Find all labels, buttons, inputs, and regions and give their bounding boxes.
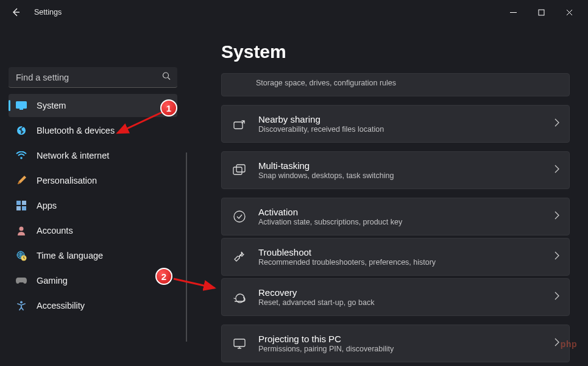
svg-rect-14 [234,122,243,129]
annotation-callout-1: 1 [160,99,177,117]
sidebar-item-label: Gaming [37,276,68,285]
sidebar-item-network[interactable]: Network & internet [9,144,177,167]
card-desc: Snap windows, desktops, task switching [258,171,554,180]
card-title: Activation [258,207,554,217]
watermark: php [561,339,577,349]
svg-point-1 [163,73,169,78]
bluetooth-icon [16,125,27,136]
sidebar-item-system[interactable]: System [9,94,177,117]
sidebar-item-label: Bluetooth & devices [37,126,115,135]
svg-rect-15 [233,167,242,174]
sidebar-item-apps[interactable]: Apps [9,194,177,217]
sidebar-item-label: Time & language [37,251,103,260]
arrow-left-icon [11,7,21,17]
svg-rect-2 [16,101,27,109]
card-desc: Activation state, subscriptions, product… [258,218,554,226]
sidebar-item-label: Network & internet [37,151,109,160]
sidebar-item-label: Apps [37,201,57,210]
sidebar-item-time-language[interactable]: Time & language [9,244,177,267]
svg-point-13 [20,301,23,304]
card-desc: Storage space, drives, configuration rul… [256,79,559,87]
svg-rect-18 [234,339,245,346]
sidebar-item-label: Personalisation [37,176,97,185]
titlebar: Settings [0,0,588,24]
sidebar-item-label: System [37,101,66,110]
wrench-icon [232,250,247,264]
card-nearby-sharing[interactable]: Nearby sharing Discoverability, received… [221,105,570,143]
svg-point-10 [19,227,24,231]
minimize-icon [510,9,517,16]
gaming-icon [16,275,27,286]
nav-list: System Bluetooth & devices Network & int… [9,94,177,317]
card-title: Recovery [258,287,554,298]
card-troubleshoot[interactable]: Troubleshoot Recommended troubleshooters… [221,238,570,276]
annotation-callout-2: 2 [155,268,172,285]
recovery-icon [232,291,247,303]
card-title: Troubleshoot [258,247,554,257]
brush-icon [16,175,27,186]
chevron-right-icon [554,338,559,349]
sidebar: System Bluetooth & devices Network & int… [0,24,186,366]
chevron-right-icon [554,251,559,262]
card-title: Nearby sharing [258,114,554,124]
maximize-button[interactable] [527,2,555,22]
window-title: Settings [34,8,62,16]
close-icon [566,9,573,16]
sidebar-item-bluetooth[interactable]: Bluetooth & devices [9,119,177,142]
sidebar-item-gaming[interactable]: Gaming [9,269,177,292]
back-button[interactable] [5,1,27,23]
page-title: System [221,41,570,62]
chevron-right-icon [554,211,559,222]
card-storage-truncated[interactable]: Storage space, drives, configuration rul… [221,73,570,96]
svg-rect-3 [19,109,23,110]
svg-point-17 [234,211,245,222]
svg-rect-6 [16,201,21,205]
display-icon [16,100,27,111]
card-desc: Reset, advanced start-up, go back [258,298,554,307]
sidebar-item-label: Accounts [37,226,73,235]
wifi-icon [16,150,27,161]
card-title: Projecting to this PC [258,334,554,344]
card-desc: Recommended troubleshooters, preferences… [258,258,554,267]
card-activation[interactable]: Activation Activation state, subscriptio… [221,198,570,235]
chevron-right-icon [554,118,559,129]
svg-rect-9 [22,206,26,210]
sidebar-item-personalisation[interactable]: Personalisation [9,169,177,192]
card-desc: Permissions, pairing PIN, discoverabilit… [258,345,554,353]
window-controls [499,2,583,22]
close-button[interactable] [555,2,583,22]
accessibility-icon [16,300,27,311]
card-projecting[interactable]: Projecting to this PC Permissions, pairi… [221,325,570,362]
chevron-right-icon [554,165,559,176]
search-wrap [9,67,177,88]
apps-icon [16,200,27,211]
sidebar-item-accessibility[interactable]: Accessibility [9,294,177,317]
card-recovery[interactable]: Recovery Reset, advanced start-up, go ba… [221,278,570,316]
globe-clock-icon [16,250,27,261]
check-circle-icon [232,210,247,223]
person-icon [16,225,27,236]
svg-rect-16 [236,165,245,172]
main-panel: System Storage space, drives, configurat… [186,24,588,366]
maximize-icon [538,9,545,16]
sidebar-item-label: Accessibility [37,301,85,310]
project-icon [232,337,247,350]
svg-rect-0 [539,10,544,15]
search-input[interactable] [9,67,177,88]
card-multitasking[interactable]: Multi-tasking Snap windows, desktops, ta… [221,151,570,189]
search-icon [162,72,171,84]
sidebar-item-accounts[interactable]: Accounts [9,219,177,242]
minimize-button[interactable] [499,2,527,22]
card-title: Multi-tasking [258,160,554,171]
card-desc: Discoverability, received files location [258,125,554,134]
share-icon [232,117,247,131]
chevron-right-icon [554,292,559,303]
multitask-icon [232,164,247,176]
svg-rect-7 [22,201,26,205]
svg-rect-8 [16,206,21,210]
svg-point-5 [20,157,23,159]
